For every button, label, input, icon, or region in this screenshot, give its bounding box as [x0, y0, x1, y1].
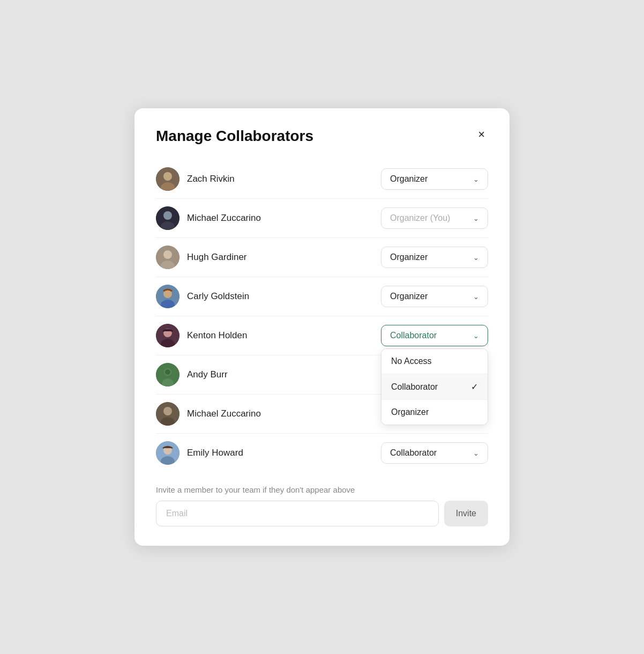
dropdown-item-collaborator[interactable]: Collaborator ✓: [381, 374, 488, 400]
role-select-michael-you[interactable]: Organizer (You) ⌄: [381, 207, 488, 229]
dropdown-option-label: Organizer: [391, 407, 429, 417]
role-label: Organizer: [390, 252, 428, 262]
user-name: Emily Howard: [187, 448, 243, 458]
checkmark-icon: ✓: [471, 382, 478, 392]
avatar: [156, 324, 179, 347]
role-label: Collaborator: [390, 331, 437, 340]
table-row: Hugh Gardiner Organizer ⌄: [156, 238, 488, 277]
chevron-down-icon: ⌄: [473, 449, 479, 457]
dropdown-option-label: No Access: [391, 356, 432, 366]
user-name: Zach Rivkin: [187, 174, 235, 184]
svg-point-1: [163, 172, 172, 181]
email-input[interactable]: [156, 501, 439, 526]
role-select-carly[interactable]: Organizer ⌄: [381, 286, 488, 307]
close-button[interactable]: ×: [475, 128, 488, 142]
role-dropdown: No Access Collaborator ✓ Organizer: [381, 348, 488, 425]
manage-collaborators-modal: Manage Collaborators × Zach Rivkin Organ…: [134, 108, 510, 546]
user-info: Michael Zuccarino: [156, 206, 261, 230]
dropdown-item-organizer[interactable]: Organizer: [381, 400, 488, 425]
user-name: Andy Burr: [187, 369, 228, 380]
user-info: Michael Zuccarino: [156, 402, 261, 426]
svg-point-20: [163, 407, 172, 415]
chevron-down-icon: ⌄: [473, 332, 479, 340]
avatar: [156, 167, 179, 191]
role-select-hugh[interactable]: Organizer ⌄: [381, 247, 488, 268]
user-info: Kenton Holden: [156, 324, 247, 347]
user-info: Andy Burr: [156, 363, 228, 387]
table-row: Emily Howard Collaborator ⌄: [156, 434, 488, 472]
chevron-down-icon: ⌄: [473, 293, 479, 301]
invite-section: Invite a member to your team if they don…: [156, 485, 488, 526]
role-label: Organizer: [390, 292, 428, 301]
user-name: Michael Zuccarino: [187, 408, 261, 419]
table-row: Carly Goldstein Organizer ⌄: [156, 277, 488, 316]
role-label: Organizer: [390, 174, 428, 184]
avatar: [156, 441, 179, 465]
role-label: Organizer (You): [390, 213, 450, 223]
dropdown-item-no-access[interactable]: No Access: [381, 349, 488, 374]
chevron-down-icon: ⌄: [473, 175, 479, 183]
modal-title: Manage Collaborators: [156, 128, 313, 145]
user-info: Zach Rivkin: [156, 167, 235, 191]
svg-point-18: [165, 369, 170, 375]
role-select-wrapper-kenton: Collaborator ⌄ No Access Collaborator ✓ …: [381, 325, 488, 346]
user-name: Michael Zuccarino: [187, 213, 261, 224]
invite-row: Invite: [156, 501, 488, 526]
table-row: Michael Zuccarino Organizer (You) ⌄: [156, 199, 488, 238]
user-name: Carly Goldstein: [187, 291, 249, 302]
avatar: [156, 285, 179, 308]
user-info: Emily Howard: [156, 441, 243, 465]
collaborator-list: Zach Rivkin Organizer ⌄ Michael Zuccarin…: [156, 160, 488, 472]
chevron-down-icon: ⌄: [473, 214, 479, 222]
modal-header: Manage Collaborators ×: [156, 128, 488, 145]
invite-button[interactable]: Invite: [444, 501, 488, 526]
avatar: [156, 206, 179, 230]
role-select-emily[interactable]: Collaborator ⌄: [381, 442, 488, 464]
user-name: Hugh Gardiner: [187, 252, 247, 263]
role-select-kenton[interactable]: Collaborator ⌄: [381, 325, 488, 346]
svg-point-4: [163, 211, 172, 220]
table-row: Zach Rivkin Organizer ⌄: [156, 160, 488, 199]
svg-point-7: [163, 250, 172, 259]
role-label: Collaborator: [390, 448, 437, 458]
user-info: Hugh Gardiner: [156, 246, 247, 269]
avatar: [156, 246, 179, 269]
chevron-down-icon: ⌄: [473, 254, 479, 262]
avatar: [156, 363, 179, 387]
invite-hint: Invite a member to your team if they don…: [156, 485, 488, 494]
role-select-zach[interactable]: Organizer ⌄: [381, 168, 488, 190]
dropdown-option-label: Collaborator: [391, 382, 438, 392]
avatar: [156, 402, 179, 426]
user-info: Carly Goldstein: [156, 285, 249, 308]
table-row: Kenton Holden Collaborator ⌄ No Access C…: [156, 316, 488, 355]
user-name: Kenton Holden: [187, 330, 247, 341]
